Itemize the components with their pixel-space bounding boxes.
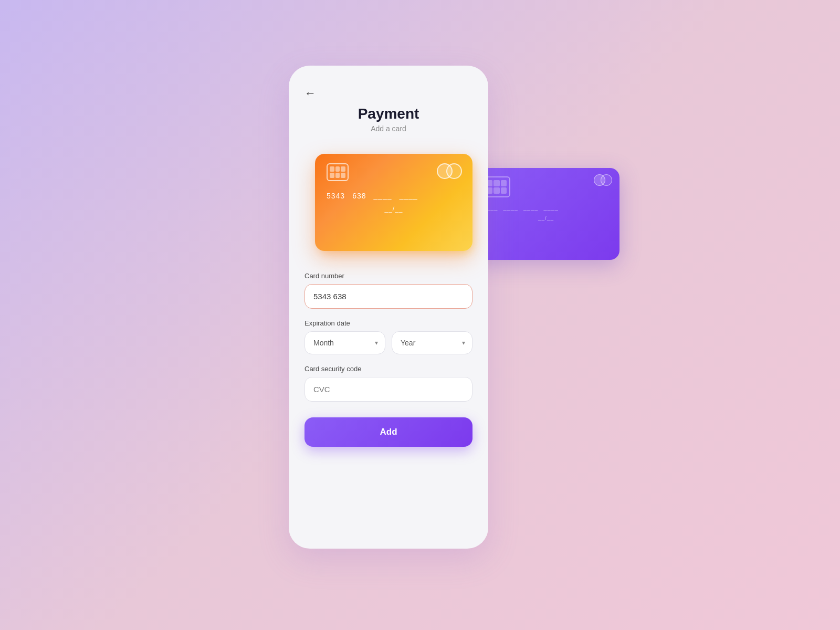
card-purple: ____ ____ ____ ____ __/__ [472, 168, 620, 260]
expiry-row: Month 010203 040506 070809 101112 ▾ Year… [304, 331, 472, 354]
add-button[interactable]: Add [304, 417, 472, 447]
month-select[interactable]: Month 010203 040506 070809 101112 [304, 331, 385, 354]
cvc-input[interactable] [304, 377, 472, 402]
chip-orange [327, 163, 349, 181]
page-title: Payment [304, 106, 472, 122]
card-number-label: Card number [304, 272, 472, 280]
orange-card-expiry: __/__ [327, 205, 461, 213]
form-section: Card number Expiration date Month 010203… [304, 272, 472, 528]
year-wrapper: Year 202420252026 202720282029 2030 ▾ [392, 331, 472, 354]
card-orange: 5343 638 ____ ____ __/__ [315, 154, 472, 251]
phone-panel: ← Payment Add a card [289, 66, 488, 549]
page-subtitle: Add a card [304, 124, 472, 133]
year-select[interactable]: Year 202420252026 202720282029 2030 [392, 331, 472, 354]
purple-card-expiry: __/__ [483, 215, 609, 221]
mastercard-logo-purple [594, 174, 612, 186]
orange-card-number: 5343 638 ____ ____ [327, 192, 461, 200]
cvc-label: Card security code [304, 365, 472, 373]
card-container: 5343 638 ____ ____ __/__ [304, 149, 472, 254]
expiry-label: Expiration date [304, 319, 472, 327]
purple-card-number: ____ ____ ____ ____ [483, 205, 609, 211]
back-button[interactable]: ← [304, 87, 320, 100]
month-wrapper: Month 010203 040506 070809 101112 ▾ [304, 331, 385, 354]
mastercard-logo-orange [437, 163, 462, 179]
card-number-input[interactable] [304, 284, 472, 309]
